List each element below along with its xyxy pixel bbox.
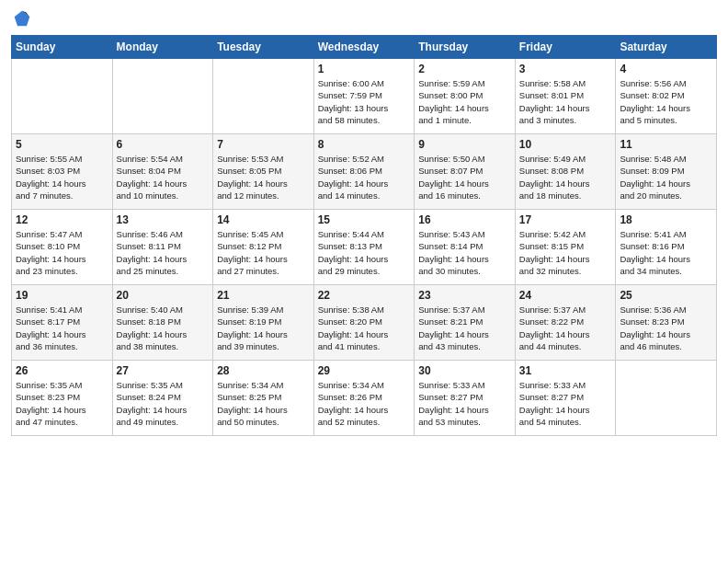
day-info: Sunrise: 5:33 AMSunset: 8:27 PMDaylight:… <box>418 379 511 428</box>
day-number: 2 <box>418 63 511 75</box>
day-number: 22 <box>318 289 411 302</box>
day-number: 13 <box>117 213 210 226</box>
calendar-cell: 14Sunrise: 5:45 AMSunset: 8:12 PMDayligh… <box>213 210 314 285</box>
day-number: 26 <box>16 364 108 377</box>
week-row-4: 19Sunrise: 5:41 AMSunset: 8:17 PMDayligh… <box>12 285 717 361</box>
calendar-cell: 20Sunrise: 5:40 AMSunset: 8:18 PMDayligh… <box>112 285 213 361</box>
calendar-cell: 19Sunrise: 5:41 AMSunset: 8:17 PMDayligh… <box>12 285 113 361</box>
calendar-cell <box>213 59 314 134</box>
calendar-cell: 24Sunrise: 5:37 AMSunset: 8:22 PMDayligh… <box>515 285 616 361</box>
calendar-cell: 21Sunrise: 5:39 AMSunset: 8:19 PMDayligh… <box>213 285 314 361</box>
day-number: 21 <box>217 289 310 302</box>
day-number: 4 <box>620 63 712 75</box>
day-number: 3 <box>519 63 612 75</box>
day-info: Sunrise: 5:39 AMSunset: 8:19 PMDaylight:… <box>217 304 310 352</box>
day-number: 27 <box>117 364 210 377</box>
logo-icon <box>13 9 31 28</box>
day-number: 8 <box>318 138 411 151</box>
calendar-cell: 11Sunrise: 5:48 AMSunset: 8:09 PMDayligh… <box>616 134 717 210</box>
day-info: Sunrise: 5:47 AMSunset: 8:10 PMDaylight:… <box>16 228 108 277</box>
day-number: 11 <box>620 138 712 151</box>
calendar-cell: 18Sunrise: 5:41 AMSunset: 8:16 PMDayligh… <box>616 210 717 285</box>
calendar-cell: 22Sunrise: 5:38 AMSunset: 8:20 PMDayligh… <box>313 285 415 361</box>
day-info: Sunrise: 5:58 AMSunset: 8:01 PMDaylight:… <box>519 77 612 126</box>
col-header-wednesday: Wednesday <box>313 36 415 59</box>
calendar-cell: 15Sunrise: 5:44 AMSunset: 8:13 PMDayligh… <box>313 210 415 285</box>
day-info: Sunrise: 5:59 AMSunset: 8:00 PMDaylight:… <box>418 77 511 126</box>
calendar-cell: 1Sunrise: 6:00 AMSunset: 7:59 PMDaylight… <box>313 59 415 134</box>
day-number: 28 <box>217 364 310 377</box>
calendar-table: SundayMondayTuesdayWednesdayThursdayFrid… <box>11 35 717 436</box>
col-header-thursday: Thursday <box>415 36 516 59</box>
calendar-cell: 29Sunrise: 5:34 AMSunset: 8:26 PMDayligh… <box>313 361 415 436</box>
col-header-saturday: Saturday <box>616 36 717 59</box>
day-info: Sunrise: 5:35 AMSunset: 8:24 PMDaylight:… <box>117 379 210 428</box>
day-number: 12 <box>16 213 108 226</box>
calendar-cell: 8Sunrise: 5:52 AMSunset: 8:06 PMDaylight… <box>313 134 415 210</box>
day-info: Sunrise: 5:56 AMSunset: 8:02 PMDaylight:… <box>620 77 712 126</box>
col-header-friday: Friday <box>515 36 616 59</box>
calendar-cell: 3Sunrise: 5:58 AMSunset: 8:01 PMDaylight… <box>515 59 616 134</box>
day-info: Sunrise: 5:35 AMSunset: 8:23 PMDaylight:… <box>16 379 108 428</box>
day-number: 6 <box>117 138 210 151</box>
calendar-cell: 17Sunrise: 5:42 AMSunset: 8:15 PMDayligh… <box>515 210 616 285</box>
day-number: 17 <box>519 213 612 226</box>
day-info: Sunrise: 5:53 AMSunset: 8:05 PMDaylight:… <box>217 153 310 201</box>
day-number: 9 <box>418 138 511 151</box>
calendar-cell: 5Sunrise: 5:55 AMSunset: 8:03 PMDaylight… <box>12 134 113 210</box>
day-number: 24 <box>519 289 612 302</box>
day-info: Sunrise: 5:41 AMSunset: 8:17 PMDaylight:… <box>16 304 108 352</box>
col-header-tuesday: Tuesday <box>213 36 314 59</box>
calendar-cell: 26Sunrise: 5:35 AMSunset: 8:23 PMDayligh… <box>12 361 113 436</box>
calendar-cell: 7Sunrise: 5:53 AMSunset: 8:05 PMDaylight… <box>213 134 314 210</box>
calendar-cell: 13Sunrise: 5:46 AMSunset: 8:11 PMDayligh… <box>112 210 213 285</box>
day-info: Sunrise: 5:45 AMSunset: 8:12 PMDaylight:… <box>217 228 310 277</box>
day-info: Sunrise: 5:49 AMSunset: 8:08 PMDaylight:… <box>519 153 612 201</box>
day-number: 23 <box>418 289 511 302</box>
day-number: 30 <box>418 364 511 377</box>
day-info: Sunrise: 5:34 AMSunset: 8:26 PMDaylight:… <box>318 379 411 428</box>
col-header-monday: Monday <box>112 36 213 59</box>
day-info: Sunrise: 5:54 AMSunset: 8:04 PMDaylight:… <box>117 153 210 201</box>
day-number: 1 <box>318 63 411 75</box>
day-number: 7 <box>217 138 310 151</box>
calendar-cell: 6Sunrise: 5:54 AMSunset: 8:04 PMDaylight… <box>112 134 213 210</box>
day-number: 19 <box>16 289 108 302</box>
calendar-cell: 10Sunrise: 5:49 AMSunset: 8:08 PMDayligh… <box>515 134 616 210</box>
day-info: Sunrise: 5:50 AMSunset: 8:07 PMDaylight:… <box>418 153 511 201</box>
logo <box>11 9 31 28</box>
day-number: 16 <box>418 213 511 226</box>
day-info: Sunrise: 5:52 AMSunset: 8:06 PMDaylight:… <box>318 153 411 201</box>
day-info: Sunrise: 5:40 AMSunset: 8:18 PMDaylight:… <box>117 304 210 352</box>
day-info: Sunrise: 5:37 AMSunset: 8:21 PMDaylight:… <box>418 304 511 352</box>
header <box>11 9 717 28</box>
day-number: 29 <box>318 364 411 377</box>
calendar-cell: 4Sunrise: 5:56 AMSunset: 8:02 PMDaylight… <box>616 59 717 134</box>
calendar-cell: 31Sunrise: 5:33 AMSunset: 8:27 PMDayligh… <box>515 361 616 436</box>
day-info: Sunrise: 5:42 AMSunset: 8:15 PMDaylight:… <box>519 228 612 277</box>
page-container: SundayMondayTuesdayWednesdayThursdayFrid… <box>0 0 728 445</box>
day-info: Sunrise: 5:46 AMSunset: 8:11 PMDaylight:… <box>117 228 210 277</box>
week-row-3: 12Sunrise: 5:47 AMSunset: 8:10 PMDayligh… <box>12 210 717 285</box>
day-info: Sunrise: 5:34 AMSunset: 8:25 PMDaylight:… <box>217 379 310 428</box>
day-info: Sunrise: 5:38 AMSunset: 8:20 PMDaylight:… <box>318 304 411 352</box>
day-info: Sunrise: 5:37 AMSunset: 8:22 PMDaylight:… <box>519 304 612 352</box>
day-number: 14 <box>217 213 310 226</box>
calendar-cell: 9Sunrise: 5:50 AMSunset: 8:07 PMDaylight… <box>415 134 516 210</box>
calendar-cell: 25Sunrise: 5:36 AMSunset: 8:23 PMDayligh… <box>616 285 717 361</box>
day-number: 5 <box>16 138 108 151</box>
calendar-cell: 30Sunrise: 5:33 AMSunset: 8:27 PMDayligh… <box>415 361 516 436</box>
day-info: Sunrise: 5:36 AMSunset: 8:23 PMDaylight:… <box>620 304 712 352</box>
week-row-5: 26Sunrise: 5:35 AMSunset: 8:23 PMDayligh… <box>12 361 717 436</box>
calendar-cell <box>112 59 213 134</box>
calendar-cell: 27Sunrise: 5:35 AMSunset: 8:24 PMDayligh… <box>112 361 213 436</box>
calendar-cell: 16Sunrise: 5:43 AMSunset: 8:14 PMDayligh… <box>415 210 516 285</box>
svg-marker-0 <box>15 11 30 27</box>
calendar-cell: 12Sunrise: 5:47 AMSunset: 8:10 PMDayligh… <box>12 210 113 285</box>
day-number: 10 <box>519 138 612 151</box>
day-number: 31 <box>519 364 612 377</box>
week-row-1: 1Sunrise: 6:00 AMSunset: 7:59 PMDaylight… <box>12 59 717 134</box>
day-number: 15 <box>318 213 411 226</box>
calendar-cell <box>12 59 113 134</box>
day-number: 18 <box>620 213 712 226</box>
